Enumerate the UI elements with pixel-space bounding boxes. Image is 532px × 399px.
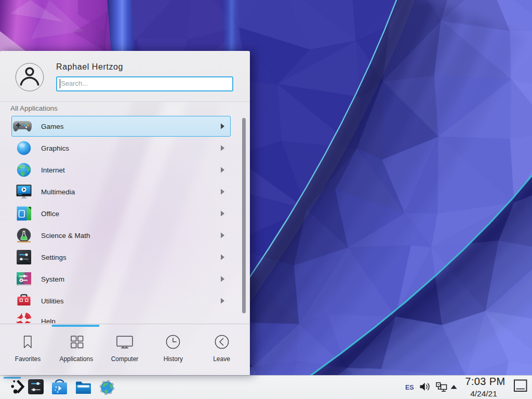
- svg-text:ES: ES: [405, 384, 414, 391]
